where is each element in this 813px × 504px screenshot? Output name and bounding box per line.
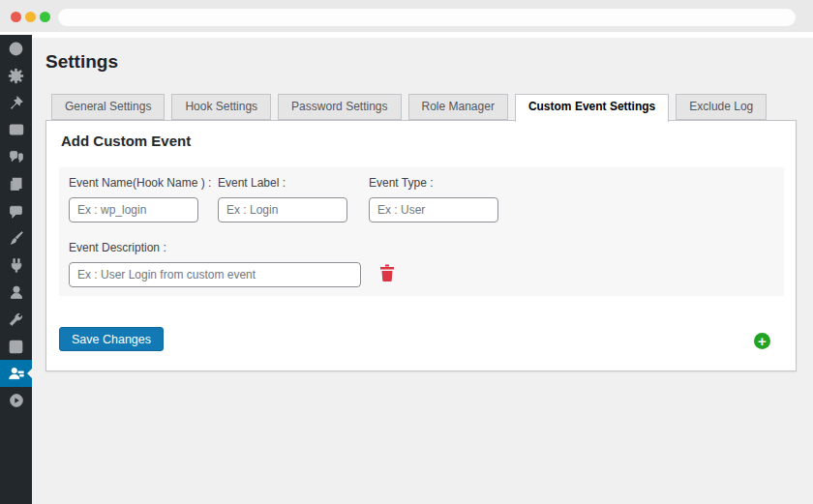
event-description-label: Event Description :	[69, 241, 361, 254]
tab-hook-settings[interactable]: Hook Settings	[171, 94, 271, 120]
chat-icon	[9, 149, 24, 164]
event-name-input[interactable]	[69, 197, 198, 222]
close-window-button[interactable]	[11, 12, 21, 22]
page-title: Settings	[45, 51, 118, 73]
dashboard-icon	[8, 41, 24, 57]
field-event-type: Event Type :	[369, 176, 498, 222]
pages-icon	[9, 177, 23, 192]
user-icon	[9, 284, 24, 300]
sidebar-item-posts[interactable]	[0, 89, 32, 116]
field-event-name: Event Name(Hook Name ) :	[69, 176, 211, 222]
play-circle-icon	[9, 393, 24, 408]
sidebar-item-users[interactable]	[0, 279, 32, 306]
sidebar-item-appearance[interactable]	[0, 224, 32, 252]
minimize-window-button[interactable]	[25, 12, 36, 22]
wrench-icon	[9, 311, 24, 327]
save-changes-button[interactable]: Save Changes	[59, 327, 164, 351]
plug-icon	[9, 257, 24, 273]
sidebar-item-tools[interactable]	[0, 306, 32, 333]
sidebar-item-comments[interactable]	[0, 197, 32, 224]
custom-event-form: Event Name(Hook Name ) : Event Label : E…	[59, 167, 784, 296]
tab-exclude-log[interactable]: Exclude Log	[676, 94, 767, 120]
settings-tabs: General Settings Hook Settings Password …	[51, 94, 767, 122]
delete-event-button[interactable]	[378, 264, 396, 283]
brush-icon	[9, 230, 24, 246]
tab-custom-event-settings[interactable]: Custom Event Settings	[515, 94, 669, 122]
sidebar-item-user-activity-log[interactable]	[0, 360, 32, 387]
zoom-window-button[interactable]	[40, 12, 50, 22]
gear-icon	[8, 68, 24, 84]
panel-heading: Add Custom Event	[61, 133, 191, 149]
pushpin-icon	[9, 95, 24, 110]
browser-chrome	[0, 0, 813, 32]
trash-icon	[379, 264, 395, 282]
tab-general-settings[interactable]: General Settings	[51, 94, 165, 120]
add-event-button[interactable]: +	[754, 333, 770, 349]
sidebar-item-video[interactable]	[0, 387, 32, 414]
event-type-label: Event Type :	[369, 176, 498, 190]
event-label-label: Event Label :	[218, 176, 347, 190]
plus-circle-icon: +	[758, 333, 767, 349]
custom-event-panel: Add Custom Event Event Name(Hook Name ) …	[45, 120, 797, 371]
event-description-input[interactable]	[69, 262, 361, 287]
field-event-description: Event Description :	[69, 241, 361, 287]
event-type-input[interactable]	[369, 197, 498, 222]
user-activity-log-icon	[8, 366, 24, 382]
sidebar-item-chat[interactable]	[0, 143, 32, 170]
sidebar-item-settings-gear[interactable]	[0, 62, 32, 89]
event-name-label: Event Name(Hook Name ) :	[69, 176, 211, 190]
chrome-divider	[0, 32, 813, 38]
field-event-label: Event Label :	[218, 176, 347, 222]
sidebar-item-plugins[interactable]	[0, 252, 32, 279]
tab-role-manager[interactable]: Role Manager	[408, 94, 508, 120]
sidebar-item-media[interactable]	[0, 116, 32, 143]
settings-box-icon	[9, 340, 23, 354]
sidebar-item-settings-panel[interactable]	[0, 333, 32, 360]
event-label-input[interactable]	[218, 197, 347, 222]
sidebar-item-pages[interactable]	[0, 170, 32, 197]
sidebar-item-dashboard[interactable]	[0, 35, 32, 62]
admin-sidebar	[0, 35, 32, 504]
comment-icon	[9, 204, 23, 219]
tab-password-settings[interactable]: Password Settings	[278, 94, 401, 120]
media-icon	[9, 122, 24, 137]
address-bar[interactable]	[58, 9, 796, 26]
window-controls	[11, 12, 50, 22]
